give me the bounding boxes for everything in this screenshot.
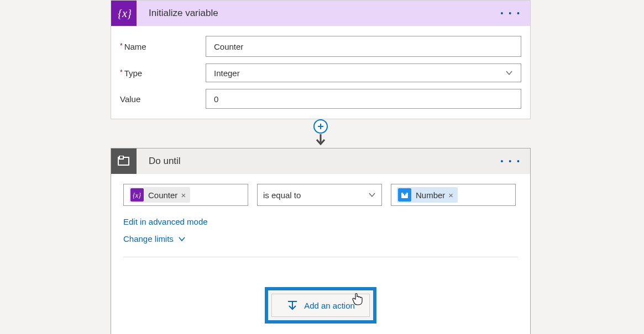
- chevron-down-icon: [505, 69, 513, 77]
- divider: [123, 257, 518, 257]
- card-title: Do until: [137, 156, 496, 167]
- number-token[interactable]: Number ×: [397, 187, 458, 203]
- remove-token-icon[interactable]: ×: [448, 190, 453, 200]
- more-menu-icon[interactable]: • • •: [496, 7, 521, 20]
- token-label: Number: [416, 190, 445, 200]
- add-action-button[interactable]: Add an action: [271, 294, 370, 317]
- card-header[interactable]: Do until • • •: [111, 149, 530, 174]
- name-row: *Name: [120, 36, 521, 57]
- condition-operator-dropdown[interactable]: is equal to: [257, 184, 382, 206]
- value-row: Value: [120, 89, 521, 109]
- change-limits-link[interactable]: Change limits: [123, 234, 186, 243]
- card-header[interactable]: {x} Initialize variable • • •: [111, 1, 530, 26]
- add-action-area: Add an action: [123, 287, 518, 324]
- variable-icon: {x}: [130, 188, 144, 202]
- type-dropdown[interactable]: Integer: [206, 63, 521, 82]
- svg-rect-5: [119, 156, 123, 159]
- value-label: Value: [120, 94, 206, 104]
- initialize-variable-card: {x} Initialize variable • • • *Name *Typ…: [111, 0, 531, 119]
- chevron-down-icon: [368, 191, 376, 199]
- flow-connector: [111, 119, 531, 148]
- do-until-card: Do until • • • {x} Counter × is equal to: [111, 148, 531, 334]
- highlight-box: Add an action: [265, 287, 376, 324]
- condition-row: {x} Counter × is equal to: [123, 184, 518, 206]
- condition-right-input[interactable]: Number ×: [391, 184, 516, 206]
- token-label: Counter: [148, 190, 177, 200]
- do-until-body: {x} Counter × is equal to: [111, 174, 530, 334]
- variable-icon: {x}: [111, 1, 137, 26]
- add-action-label: Add an action: [304, 301, 355, 310]
- input-icon: [398, 188, 411, 202]
- operator-label: is equal to: [263, 190, 301, 200]
- value-input[interactable]: [206, 89, 521, 109]
- do-until-icon: [111, 149, 137, 174]
- svg-text:{x}: {x}: [133, 192, 141, 199]
- add-step-button[interactable]: [313, 119, 328, 134]
- card-body: *Name *Type Integer Value: [111, 26, 530, 119]
- counter-token[interactable]: {x} Counter ×: [129, 187, 190, 203]
- name-label: *Name: [120, 42, 206, 51]
- card-title: Initialize variable: [137, 8, 496, 19]
- more-menu-icon[interactable]: • • •: [496, 155, 521, 168]
- add-action-icon: [286, 299, 299, 311]
- edit-advanced-mode-link[interactable]: Edit in advanced mode: [123, 217, 518, 226]
- remove-token-icon[interactable]: ×: [181, 190, 186, 200]
- condition-left-input[interactable]: {x} Counter ×: [123, 184, 248, 206]
- svg-text:{x}: {x}: [118, 7, 131, 19]
- chevron-down-icon: [178, 235, 186, 243]
- name-input[interactable]: [206, 36, 521, 57]
- arrow-down-icon: [315, 134, 327, 146]
- type-row: *Type Integer: [120, 63, 521, 82]
- type-label: *Type: [120, 68, 206, 78]
